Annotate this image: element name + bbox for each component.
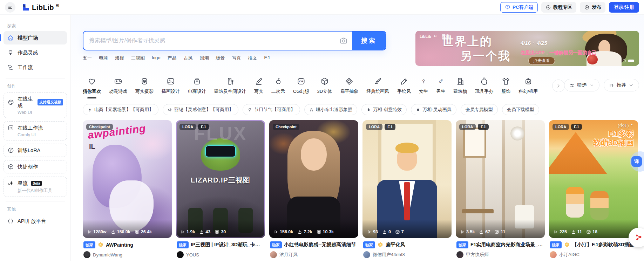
- sidebar-item-model-plaza[interactable]: 模型广场: [4, 31, 67, 44]
- model-card-image[interactable]: LORA F.1 93 0 7: [362, 120, 452, 238]
- quick-tag[interactable]: 五一: [83, 55, 92, 61]
- model-card[interactable]: awpainting IL Checkpoint 1289w 150.0k 26…: [83, 120, 172, 258]
- category-scroll-right-button[interactable]: [552, 80, 565, 92]
- hamburger-menu-button[interactable]: [5, 2, 15, 13]
- pill-wanxiang-animation[interactable]: 万相·灵动画风: [411, 104, 456, 115]
- model-title[interactable]: 扁平化风: [386, 242, 405, 248]
- category-male[interactable]: ♂ 男生: [436, 77, 445, 98]
- toy-blob-icon: [480, 77, 489, 86]
- camera-search-icon[interactable]: [339, 36, 348, 45]
- model-author-row[interactable]: 甲方快乐师: [456, 251, 544, 258]
- quick-tag[interactable]: 场景: [216, 55, 225, 61]
- model-card-image[interactable]: LORA F.1 3.5k 67 11: [456, 120, 545, 238]
- model-card[interactable]: LORA F.1 93 0 7 独家 扁平化风 微信用户44e: [362, 120, 452, 258]
- category-guess-you-like[interactable]: 猜你喜欢: [83, 77, 101, 98]
- category-realistic[interactable]: 写实: [254, 77, 263, 98]
- model-author-row[interactable]: 微信用户44e5f8: [363, 251, 451, 258]
- model-card[interactable]: Checkpoint 156.0k 7.2k 10.3k 独家 小红书电影质感-…: [269, 120, 358, 258]
- model-card[interactable]: （小汀）* F.1多彩 软萌3D插画 LORA F.1 225 11 18: [549, 120, 638, 258]
- model-stats: 3.5k 67 11: [456, 220, 545, 238]
- quick-tag[interactable]: F.1: [264, 55, 270, 61]
- model-title[interactable]: 【小汀】F.1多彩软萌3D插画: [572, 242, 634, 248]
- category-toys-figures[interactable]: 玩具手办: [475, 77, 493, 98]
- category-scifi-mecha[interactable]: 科幻/机甲: [518, 77, 538, 98]
- sort-dropdown[interactable]: 推荐: [604, 79, 639, 91]
- model-card[interactable]: FLUX LIZARD.IP三视图 LORA F.1 1.9k 43 30: [176, 120, 265, 258]
- model-card-image[interactable]: Checkpoint 156.0k 7.2k 10.3k: [269, 120, 358, 238]
- model-title-row: 独家 IP三视图 | IP设计_3D潮玩_卡通形...: [177, 241, 264, 248]
- category-architecture-space[interactable]: 建筑及空间设计: [214, 77, 246, 98]
- pill-member-download-models[interactable]: 会员下载模型: [502, 104, 539, 115]
- model-author-row[interactable]: DynamicWang: [83, 251, 171, 258]
- image-overlay-text: F.1多彩 软萌3D插画: [593, 129, 634, 147]
- login-register-button[interactable]: 登录/注册: [609, 2, 639, 13]
- liblib-logo[interactable]: LibLib AI: [22, 3, 59, 12]
- promo-banner[interactable]: LibLibAI 星流 世界上的 另一个我 4/16 ~ 4/25 在星流APP…: [415, 31, 639, 66]
- train-lora-icon: [7, 147, 14, 154]
- quick-tag[interactable]: 古风: [184, 55, 193, 61]
- pill-ecommerce-elements[interactable]: 电商【元素场景】【可商用】: [83, 104, 158, 115]
- quick-tag[interactable]: 国潮: [200, 55, 209, 61]
- category-3d[interactable]: 3D立体: [317, 77, 332, 98]
- category-classic-painting[interactable]: 经典绘画风: [366, 77, 389, 98]
- category-cg-fantasy[interactable]: CG CG幻想: [293, 77, 309, 98]
- quick-tag[interactable]: 产品: [168, 55, 177, 61]
- category-hand-drawn[interactable]: 手绘风: [397, 77, 411, 98]
- carousel-dot-active[interactable]: [628, 60, 634, 62]
- download-icon: [382, 229, 387, 234]
- quick-tag[interactable]: 海报: [115, 55, 124, 61]
- model-author-row[interactable]: 沽月汀风: [270, 251, 358, 258]
- tutorial-zone-button[interactable]: 教程专区: [541, 2, 576, 13]
- model-author-row[interactable]: 小汀AIGC: [550, 251, 637, 258]
- download-icon: [479, 229, 484, 234]
- model-title[interactable]: 小红书电影质感--无损超高清细节: [284, 242, 356, 248]
- banner-cta-button[interactable]: 点击查看: [528, 57, 555, 65]
- model-card-image[interactable]: awpainting IL Checkpoint 1289w 150.0k 26…: [83, 120, 172, 238]
- model-card[interactable]: LORA F.1 3.5k 67 11 独家 F1实用电商室内光影商业场景_小.…: [456, 120, 545, 258]
- sidebar: 探索 模型广场 作品灵感 工作流 创作 在线生成 支持通义视频 Web UI: [0, 15, 71, 261]
- category-apparel[interactable]: 服饰: [501, 77, 510, 98]
- images-icon: [135, 229, 140, 234]
- sidebar-item-inspiration[interactable]: 作品灵感: [4, 46, 67, 59]
- quick-tag[interactable]: 电商: [99, 55, 108, 61]
- search-input[interactable]: [83, 37, 335, 44]
- category-anime-games[interactable]: 动漫游戏: [109, 77, 127, 98]
- category-ecommerce-design[interactable]: 电商设计: [188, 77, 206, 98]
- filter-dropdown[interactable]: 筛选: [564, 79, 599, 91]
- model-author-row[interactable]: YOUS: [177, 251, 264, 258]
- category-buildings[interactable]: 建筑物: [453, 77, 467, 98]
- publish-button[interactable]: 发布: [580, 2, 605, 13]
- sidebar-item-api-platform[interactable]: API开放平台: [4, 214, 67, 228]
- model-card-image[interactable]: FLUX LIZARD.IP三视图 LORA F.1 1.9k 43 30: [176, 120, 265, 238]
- model-title[interactable]: F1实用电商室内光影商业场景_小...: [470, 242, 544, 248]
- model-title[interactable]: AWPainting: [106, 242, 133, 248]
- quick-tag[interactable]: 推文: [248, 55, 257, 61]
- category-realistic-photography[interactable]: 写实摄影: [135, 77, 154, 98]
- quick-tag[interactable]: logo: [152, 55, 161, 61]
- model-title[interactable]: IP三视图 | IP设计_3D潮玩_卡通形...: [191, 242, 264, 248]
- sidebar-item-online-generation[interactable]: 在线生成 支持通义视频 Web UI: [4, 92, 67, 118]
- pill-member-exclusive-models[interactable]: 会员专属模型: [461, 104, 498, 115]
- sidebar-item-train-lora[interactable]: 训练LoRA: [4, 144, 67, 157]
- category-flat-abstract[interactable]: 扁平抽象: [340, 77, 358, 98]
- sidebar-item-xingliu[interactable]: 星流 Beta 新一代AI创作工具: [4, 177, 67, 197]
- pill-marketing-ideas[interactable]: 营销【灵感创意】【可商用】: [163, 104, 238, 115]
- sidebar-item-quick-create[interactable]: 快捷创作: [4, 160, 67, 173]
- model-card-image[interactable]: （小汀）* F.1多彩 软萌3D插画 LORA F.1 225 11 18: [549, 120, 638, 238]
- downloads-count: 0: [388, 229, 391, 234]
- sidebar-item-online-workflow[interactable]: 在线工作流 Comfy UI: [4, 121, 67, 140]
- quick-tag[interactable]: 写真: [232, 55, 241, 61]
- category-female[interactable]: ♀ 女生: [419, 77, 428, 98]
- model-type-badge: LORA: [459, 124, 476, 130]
- carousel-dot[interactable]: [623, 59, 626, 62]
- quick-tag[interactable]: 三视图: [131, 55, 145, 61]
- pill-lixiaobu-portrait[interactable]: 哩小布出道形象照: [304, 104, 357, 115]
- sidebar-item-workflow[interactable]: 工作流: [4, 61, 67, 74]
- category-anime-style[interactable]: 二次元: [271, 77, 285, 98]
- pill-wanxiang-effects[interactable]: 万相·创意特效: [361, 104, 407, 115]
- search-button[interactable]: 搜索: [352, 32, 386, 50]
- filter-sliders-icon: [569, 83, 575, 88]
- pill-festivals[interactable]: 节日节气【可商用】: [243, 104, 300, 115]
- pc-client-button[interactable]: PC客户端: [500, 2, 538, 13]
- category-illustration-design[interactable]: 插画设计: [162, 77, 180, 98]
